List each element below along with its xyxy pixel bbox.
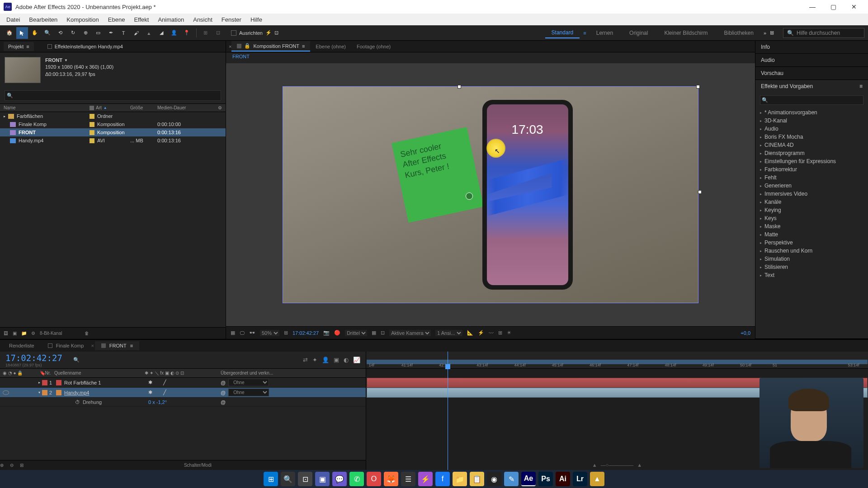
col-size[interactable]: Größe (130, 105, 157, 110)
time-ruler[interactable]: 14f 41:14f 42:14f 43:14f 44:14f 45:14f 4… (366, 352, 868, 369)
effect-category[interactable]: Simulation (755, 255, 868, 263)
taskview-icon[interactable]: ⊡ (298, 472, 312, 486)
layer-color-icon[interactable] (42, 390, 47, 395)
taskbar-opera-icon[interactable]: O (367, 472, 381, 486)
text-tool[interactable]: T (118, 27, 129, 39)
eye-icon[interactable] (3, 390, 9, 395)
project-item-front[interactable]: FRONT Komposition 0:00:13:16 (0, 128, 226, 136)
effect-category[interactable]: Boris FX Mocha (755, 133, 868, 141)
timeline-property-rotation[interactable]: ⏱Drehung 0 x -1,2° @ (0, 398, 366, 407)
effect-category[interactable]: Matte (755, 230, 868, 239)
resolution-icon[interactable]: ⊞ (284, 330, 288, 336)
workspace-lernen[interactable]: Lernen (590, 28, 619, 38)
toggle-fx-icon[interactable]: ⊞ (20, 463, 24, 468)
monitor-icon[interactable]: 🖵 (240, 330, 245, 336)
draft3d-icon[interactable]: ✦ (312, 357, 317, 363)
panel-effects[interactable]: Effekte und Vorgaben≡ (755, 80, 868, 93)
workspace-menu-icon[interactable]: ≡ (583, 30, 586, 36)
local-axis-icon[interactable]: ⊞ (199, 27, 211, 39)
viewer-timecode[interactable]: 17:02:42:27 (292, 330, 319, 336)
camera-select[interactable]: Aktive Kamera (389, 330, 431, 336)
menu-fenster[interactable]: Fenster (217, 14, 246, 25)
effect-category[interactable]: Audio (755, 125, 868, 133)
project-item-finale-komp[interactable]: Finale Komp Komposition 0:00:10:00 (0, 120, 226, 128)
effect-category[interactable]: Dienstprogramm (755, 149, 868, 157)
settings-icon[interactable]: ⚙ (31, 331, 35, 336)
taskbar-chat-icon[interactable]: 💬 (332, 472, 347, 486)
viewer-tab-comp[interactable]: 🔒Komposition FRONT≡ (231, 41, 310, 52)
workspace-original[interactable]: Original (623, 28, 654, 38)
effect-category[interactable]: Rauschen und Korn (755, 247, 868, 255)
menu-effekt[interactable]: Effekt (129, 14, 153, 25)
taskbar-notes-icon[interactable]: 📋 (470, 472, 484, 486)
taskbar-search-icon[interactable]: 🔍 (281, 472, 295, 486)
parent-select[interactable]: Ohne (228, 379, 269, 386)
stopwatch-icon[interactable]: ⏱ (75, 399, 80, 405)
layer-color-icon[interactable] (42, 380, 47, 385)
roto-tool[interactable]: 👤 (168, 27, 180, 39)
effect-category[interactable]: Maske (755, 222, 868, 230)
pickwhip-icon[interactable]: @ (221, 380, 226, 385)
timeline-icon[interactable]: 〰 (489, 330, 494, 336)
parent-select[interactable]: Ohne (228, 389, 269, 396)
effect-category[interactable]: Immersives Video (755, 190, 868, 198)
close-button[interactable]: ✕ (844, 0, 864, 14)
video-frame[interactable]: Sehr cooler After Effects Kurs, Peter ! … (283, 86, 698, 303)
menu-hilfe[interactable]: Hilfe (246, 14, 267, 25)
taskbar-facebook-icon[interactable]: f (435, 472, 450, 486)
taskbar-aftereffects-icon[interactable]: Ae (521, 472, 536, 486)
interpret-icon[interactable]: 🖼 (4, 331, 8, 336)
comp-name-label[interactable]: FRONT▼ (45, 57, 113, 64)
pickwhip-icon[interactable]: @ (221, 399, 226, 405)
fast-icon[interactable]: ⚡ (478, 330, 484, 336)
panel-vorschau[interactable]: Vorschau (755, 67, 868, 80)
timeline-tab-finale[interactable]: Finale Komp (42, 341, 90, 350)
col-type[interactable]: Art▲ (90, 105, 130, 110)
taskbar-app-icon[interactable]: ▣ (315, 472, 330, 486)
workspace-bibliotheken[interactable]: Bibliotheken (717, 28, 760, 38)
menu-bearbeiten[interactable]: Bearbeiten (24, 14, 62, 25)
effect-category[interactable]: Stilisieren (755, 263, 868, 271)
new-folder-icon[interactable]: 📁 (21, 331, 27, 336)
taskbar-whatsapp-icon[interactable]: ✆ (349, 472, 364, 486)
viewer-tab-layer[interactable]: Ebene (ohne) (310, 42, 351, 51)
taskbar-editor-icon[interactable]: ✎ (504, 472, 519, 486)
snapshot-icon[interactable]: 📷 (323, 330, 330, 336)
transparency-icon[interactable]: ▦ (372, 330, 376, 336)
orbit-tool[interactable]: ⟲ (54, 27, 66, 39)
project-search-input[interactable]: 🔍 (5, 90, 221, 101)
eraser-tool[interactable]: ◢ (156, 27, 167, 39)
workspace-reset-icon[interactable]: ⊞ (770, 30, 774, 36)
taskbar-firefox-icon[interactable]: 🦊 (384, 472, 398, 486)
effect-category[interactable]: Einstellungen für Expressions (755, 157, 868, 165)
effect-category[interactable]: 3D-Kanal (755, 117, 868, 125)
taskbar-explorer-icon[interactable]: 📁 (453, 472, 467, 486)
taskbar-misc-icon[interactable]: ▲ (590, 472, 604, 486)
snap-to-icon[interactable]: ⊡ (274, 30, 278, 36)
minimize-button[interactable]: — (802, 0, 823, 14)
project-tab[interactable]: Projekt≡ (4, 42, 34, 51)
pickwhip-icon[interactable]: @ (221, 390, 226, 395)
col-settings-icon[interactable]: ⚙ (218, 105, 222, 110)
toggle-switches-icon[interactable]: ⊕ (0, 463, 4, 468)
col-duration[interactable]: Medien-Dauer (157, 105, 218, 110)
safe-icon[interactable]: ⊡ (381, 330, 385, 336)
normal-switch-icon[interactable]: ✱ (148, 380, 152, 385)
workspace-kleiner[interactable]: Kleiner Bildschirm (658, 28, 714, 38)
new-comp-icon[interactable]: ▣ (13, 331, 17, 336)
comp-flowchart-icon[interactable]: ⇄ (303, 357, 308, 363)
timeline-layer-1[interactable]: ▸1 Rot Farbfläche 1 ✱╱ @Ohne (0, 378, 366, 388)
viewer-tab-footage[interactable]: Footage (ohne) (351, 42, 396, 51)
taskbar-photoshop-icon[interactable]: Ps (538, 472, 553, 486)
effect-category[interactable]: CINEMA 4D (755, 141, 868, 149)
rect-tool[interactable]: ▭ (92, 27, 104, 39)
rotation-value[interactable]: 0 x -1,2° (145, 399, 217, 405)
start-button[interactable]: ⊞ (264, 472, 278, 486)
hide-shy-icon[interactable]: 👤 (322, 357, 329, 363)
effect-category[interactable]: Fehlt (755, 174, 868, 182)
switches-modi-label[interactable]: Schalter/Modi (184, 463, 212, 468)
project-item-farbflaechen[interactable]: ▸Farbflächen Ordner (0, 112, 226, 120)
timeline-tracks[interactable]: 14f 41:14f 42:14f 43:14f 44:14f 45:14f 4… (366, 352, 868, 470)
channel-icon[interactable]: 🔴 (334, 330, 340, 336)
timeline-tab-front[interactable]: FRONT≡ (95, 341, 139, 350)
